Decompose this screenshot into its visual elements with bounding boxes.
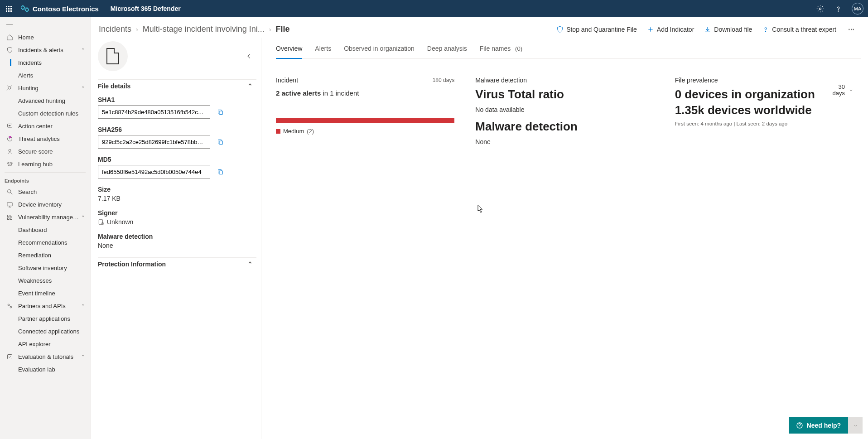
nav-event-timeline[interactable]: Event timeline — [0, 287, 90, 299]
nav-hunting[interactable]: Hunting ⌃ — [0, 82, 90, 94]
nav-threat-analytics[interactable]: Threat analytics — [0, 132, 90, 145]
sha1-value[interactable] — [98, 105, 210, 119]
time-range-dropdown[interactable]: 30days — [833, 84, 854, 97]
chevron-down-icon — [853, 423, 858, 428]
malware-detection-label: Malware detection — [98, 233, 256, 240]
nav-alerts[interactable]: Alerts — [0, 69, 90, 82]
md5-value[interactable] — [98, 165, 210, 178]
need-help-button[interactable]: Need help? — [789, 417, 863, 434]
svg-rect-16 — [219, 111, 223, 115]
help-icon[interactable] — [829, 0, 847, 17]
header-actions: Stop and Quarantine File Add Indicator D… — [556, 26, 857, 33]
malware-detection-value: None — [98, 242, 256, 249]
notification-dot — [9, 136, 11, 138]
nav-partners[interactable]: Partners and APIs ⌃ — [0, 299, 90, 312]
nav-recommendations[interactable]: Recommendations — [0, 236, 90, 249]
breadcrumb-incident-name[interactable]: Multi-stage incident involving Ini... — [143, 24, 265, 34]
user-avatar[interactable]: MA — [852, 3, 863, 14]
nav-action-center[interactable]: Action center — [0, 120, 90, 132]
incident-age: 180 days — [433, 77, 455, 83]
nav-advanced-hunting[interactable]: Advanced hunting — [0, 94, 90, 107]
sidebar-toggle[interactable] — [0, 17, 90, 31]
add-indicator-button[interactable]: Add Indicator — [647, 26, 694, 33]
copy-md5-button[interactable] — [214, 165, 227, 178]
svg-point-5 — [9, 149, 11, 151]
tab-observed[interactable]: Observed in organization — [344, 39, 415, 58]
malware-card: Malware detection Virus Total ratio No d… — [475, 70, 654, 145]
sha256-value[interactable] — [98, 135, 210, 149]
size-value: 7.17 KB — [98, 195, 256, 202]
size-label: Size — [98, 186, 256, 193]
settings-icon[interactable] — [811, 0, 829, 17]
tabs: Overview Alerts Observed in organization… — [276, 39, 861, 59]
malware-detection-result: None — [475, 138, 654, 145]
collapse-panel-button[interactable] — [242, 49, 256, 63]
eval-icon — [5, 353, 14, 360]
shield-icon — [556, 26, 564, 33]
svg-rect-14 — [7, 354, 12, 359]
nav-incidents[interactable]: Incidents — [0, 56, 90, 69]
brand-name: Contoso Electronics — [33, 5, 99, 13]
malware-card-title: Malware detection — [475, 77, 654, 84]
nav-vuln-mgmt[interactable]: Vulnerability management ⌃ — [0, 211, 90, 223]
chevron-down-icon — [849, 88, 854, 93]
tab-file-names[interactable]: File names (0) — [480, 39, 522, 58]
chevron-up-icon: ⌃ — [81, 304, 85, 309]
file-details-section-header[interactable]: File details ⌃ — [98, 79, 256, 94]
incident-summary: 2 active alerts in 1 incident — [276, 89, 454, 97]
shield-icon — [5, 47, 14, 53]
nav-connected-apps[interactable]: Connected applications — [0, 325, 90, 338]
incident-card: Incident 180 days 2 active alerts in 1 i… — [276, 70, 454, 145]
virus-total-heading: Virus Total ratio — [475, 87, 654, 101]
home-icon — [5, 34, 14, 41]
secure-score-icon — [5, 148, 14, 155]
nav-secure-score[interactable]: Secure score — [0, 145, 90, 158]
breadcrumb-incidents[interactable]: Incidents — [99, 24, 131, 34]
help-chevron[interactable] — [848, 417, 863, 434]
copy-sha256-button[interactable] — [214, 135, 227, 148]
nav-custom-rules[interactable]: Custom detection rules — [0, 107, 90, 120]
nav-api-explorer[interactable]: API explorer — [0, 338, 90, 350]
nav-remediation[interactable]: Remediation — [0, 249, 90, 261]
nav-weaknesses[interactable]: Weaknesses — [0, 274, 90, 287]
svg-rect-9 — [10, 215, 12, 217]
chevron-up-icon: ⌃ — [81, 86, 85, 91]
nav-dashboard[interactable]: Dashboard — [0, 223, 90, 236]
incident-card-title: Incident — [276, 77, 298, 84]
brand: Contoso Electronics — [17, 5, 102, 13]
consult-expert-button[interactable]: Consult a threat expert — [762, 26, 836, 33]
tab-overview[interactable]: Overview — [276, 39, 302, 58]
copy-sha1-button[interactable] — [214, 106, 227, 118]
file-details-panel: File details ⌃ SHA1 SHA256 — [98, 38, 261, 439]
section-endpoints: Endpoints — [0, 174, 90, 185]
tab-alerts[interactable]: Alerts — [315, 39, 331, 58]
overview-pane: Overview Alerts Observed in organization… — [261, 38, 861, 439]
nav-incidents-alerts[interactable]: Incidents & alerts ⌃ — [0, 43, 90, 56]
chevron-up-icon: ⌃ — [81, 215, 85, 220]
nav-eval-lab[interactable]: Evaluation lab — [0, 363, 90, 376]
nav-learning-hub[interactable]: Learning hub — [0, 158, 90, 170]
severity-bar — [276, 118, 454, 123]
svg-point-15 — [766, 31, 766, 32]
svg-point-6 — [7, 189, 11, 193]
nav-partner-apps[interactable]: Partner applications — [0, 312, 90, 325]
nav-home[interactable]: Home — [0, 31, 90, 43]
sha1-label: SHA1 — [98, 96, 256, 103]
app-launcher-icon[interactable] — [0, 0, 17, 17]
md5-label: MD5 — [98, 156, 256, 163]
top-bar: Contoso Electronics Microsoft 365 Defend… — [0, 0, 868, 17]
action-center-icon — [5, 123, 14, 130]
nav-search[interactable]: Search — [0, 185, 90, 198]
more-actions-button[interactable]: ⋯ — [846, 26, 857, 33]
chevron-up-icon: ⌃ — [247, 82, 253, 90]
nav-device-inventory[interactable]: Device inventory — [0, 198, 90, 211]
chevron-right-icon: › — [269, 26, 271, 33]
download-file-button[interactable]: Download file — [704, 26, 752, 33]
signer-value: Unknown — [107, 218, 133, 226]
tab-deep-analysis[interactable]: Deep analysis — [427, 39, 467, 58]
nav-software-inventory[interactable]: Software inventory — [0, 261, 90, 274]
nav-eval[interactable]: Evaluation & tutorials ⌃ — [0, 350, 90, 363]
chevron-right-icon: › — [136, 26, 138, 33]
protection-info-section-header[interactable]: Protection Information ⌃ — [98, 257, 256, 272]
stop-quarantine-button[interactable]: Stop and Quarantine File — [556, 26, 637, 33]
